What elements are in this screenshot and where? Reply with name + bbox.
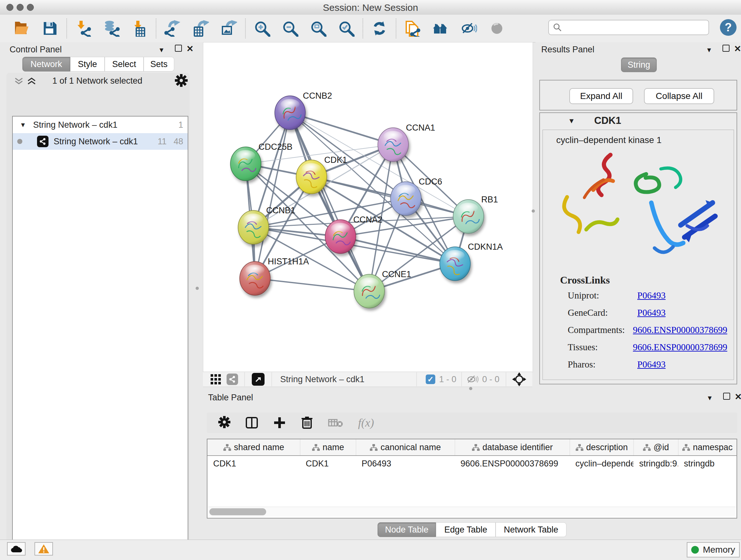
node-CDC6[interactable] xyxy=(391,182,421,215)
table-cell[interactable]: stringdb:9... xyxy=(633,455,678,471)
string-document-icon[interactable] xyxy=(403,19,422,38)
table-cell[interactable]: CDK1 xyxy=(207,455,300,471)
table-panel-maximize-icon[interactable] xyxy=(723,393,730,401)
tab-string[interactable]: String xyxy=(621,57,657,72)
delete-column-icon[interactable] xyxy=(300,416,313,429)
node-CDK1[interactable] xyxy=(296,160,327,194)
export-table-icon[interactable] xyxy=(192,19,210,38)
network-row[interactable]: String Network – cdk1 11 48 xyxy=(13,133,188,150)
column-header-shared-name[interactable]: shared name xyxy=(207,439,300,455)
refresh-icon[interactable] xyxy=(370,19,389,38)
collapse-all-icon[interactable] xyxy=(13,77,24,86)
node-table[interactable]: shared namenamecanonical namedatabase id… xyxy=(207,439,737,518)
column-header-namespac[interactable]: namespac xyxy=(678,439,737,455)
node-HIST1H1A[interactable] xyxy=(240,261,270,295)
column-header-canonical-name[interactable]: canonical name xyxy=(356,439,455,455)
zoom-out-icon[interactable] xyxy=(281,19,299,38)
expand-all-button[interactable]: Expand All xyxy=(569,88,633,104)
edge-CDK1-RB1[interactable] xyxy=(312,177,468,216)
node-RB1[interactable] xyxy=(453,199,484,233)
table-cell[interactable]: stringdb xyxy=(678,455,737,471)
save-session-icon[interactable] xyxy=(41,19,59,38)
selected-checkbox-icon[interactable]: ✓ xyxy=(426,374,435,384)
table-cell[interactable]: cyclin–dependent ... xyxy=(569,455,633,471)
zoom-fit-icon[interactable] xyxy=(309,19,327,38)
table-cell[interactable]: CDK1 xyxy=(300,455,356,471)
tab-node-table[interactable]: Node Table xyxy=(378,522,436,537)
edge-CCNB2-HIST1H1A[interactable] xyxy=(255,113,290,278)
expand-all-icon[interactable] xyxy=(26,77,37,86)
show-all-icon[interactable] xyxy=(488,19,506,38)
hide-selected-icon[interactable] xyxy=(460,19,478,38)
node-CCNA1[interactable] xyxy=(378,128,408,162)
crosslink-value-link[interactable]: 9606.ENSP00000378699 xyxy=(633,342,727,353)
node-CCNB2[interactable] xyxy=(275,96,306,130)
column-header-database-identifier[interactable]: database identifier xyxy=(455,439,569,455)
network-canvas[interactable]: CCNB2CCNA1CDC25BCDK1CDC6RB1CCNB1CCNA2CDK… xyxy=(203,42,533,372)
create-column-icon[interactable] xyxy=(273,416,286,429)
edge-HIST1H1A-CCNE1[interactable] xyxy=(255,278,369,291)
tab-sets[interactable]: Sets xyxy=(144,57,174,71)
gene-expander-icon[interactable]: ▼ xyxy=(568,117,575,125)
search-input[interactable] xyxy=(562,22,697,33)
network-options-gear-icon[interactable] xyxy=(175,74,188,88)
node-CDC25B[interactable] xyxy=(230,147,261,181)
column-header-description[interactable]: description xyxy=(569,439,633,455)
table-options-gear-icon[interactable] xyxy=(218,416,230,429)
tab-style[interactable]: Style xyxy=(70,57,105,71)
table-row[interactable]: CDK1CDK1P064939606.ENSP00000378699cyclin… xyxy=(207,455,737,471)
table-cell[interactable]: P06493 xyxy=(356,455,455,471)
crosslink-value-link[interactable]: 9606.ENSP00000378699 xyxy=(633,325,727,335)
results-panel-maximize-icon[interactable] xyxy=(723,45,730,54)
results-panel-close-icon[interactable]: ✕ xyxy=(734,44,741,54)
tab-network[interactable]: Network xyxy=(22,57,70,71)
node-CDKN1A[interactable] xyxy=(440,247,470,281)
import-network-icon[interactable] xyxy=(74,19,92,38)
string-style-icon[interactable] xyxy=(226,374,238,385)
table-panel-float-icon[interactable]: ▾ xyxy=(708,393,712,402)
crosslink-value-link[interactable]: P06493 xyxy=(637,359,666,370)
warnings-button[interactable] xyxy=(35,542,53,556)
control-panel-float-icon[interactable]: ▾ xyxy=(159,45,163,54)
vertical-splitter-handle[interactable] xyxy=(196,287,199,290)
node-CCNA2[interactable] xyxy=(325,220,356,253)
table-panel-close-icon[interactable]: ✕ xyxy=(735,392,741,402)
node-CCNB1[interactable] xyxy=(238,210,269,244)
table-cell[interactable]: 9606.ENSP00000378699 xyxy=(455,455,569,471)
horizontal-splitter-handle[interactable] xyxy=(469,387,472,390)
tab-select[interactable]: Select xyxy=(105,57,144,71)
crosslink-value-link[interactable]: P06493 xyxy=(637,307,666,318)
control-panel-close-icon[interactable]: ✕ xyxy=(186,44,194,54)
memory-button[interactable]: Memory xyxy=(687,542,740,557)
home-icon[interactable] xyxy=(431,19,450,38)
crosslink-value-link[interactable]: P06493 xyxy=(637,290,666,301)
search-box[interactable] xyxy=(548,20,709,35)
zoom-selected-icon[interactable] xyxy=(337,19,355,38)
import-network-from-database-icon[interactable] xyxy=(102,19,121,38)
control-panel-maximize-icon[interactable] xyxy=(175,45,182,54)
cloud-button[interactable] xyxy=(7,542,25,556)
export-network-icon[interactable] xyxy=(163,19,182,38)
export-image-icon[interactable] xyxy=(219,19,238,38)
column-header-@id[interactable]: @id xyxy=(633,439,678,455)
table-hscroll-thumb[interactable] xyxy=(209,508,266,515)
results-panel-float-icon[interactable]: ▾ xyxy=(707,45,711,54)
node-CCNE1[interactable] xyxy=(354,274,385,308)
open-session-icon[interactable] xyxy=(13,19,31,38)
collection-expander-icon[interactable]: ▼ xyxy=(20,121,26,129)
column-header-name[interactable]: name xyxy=(300,439,356,455)
import-table-icon[interactable] xyxy=(130,19,149,38)
table-hscrollbar[interactable] xyxy=(208,507,736,516)
help-button[interactable]: ? xyxy=(720,19,737,36)
show-columns-icon[interactable] xyxy=(245,416,259,429)
network-results-splitter-handle[interactable] xyxy=(532,209,535,212)
fit-content-icon[interactable] xyxy=(512,372,527,387)
zoom-in-icon[interactable] xyxy=(253,19,271,38)
tab-network-table[interactable]: Network Table xyxy=(495,522,566,537)
tab-edge-table[interactable]: Edge Table xyxy=(436,522,495,537)
collapse-all-button[interactable]: Collapse All xyxy=(644,88,714,104)
network-collection-row[interactable]: ▼ String Network – cdk1 1 xyxy=(13,117,188,133)
edge-CCNB2-CCNA1[interactable] xyxy=(290,113,393,145)
open-in-window-icon[interactable] xyxy=(252,373,265,386)
control-network-splitter[interactable] xyxy=(191,42,203,540)
